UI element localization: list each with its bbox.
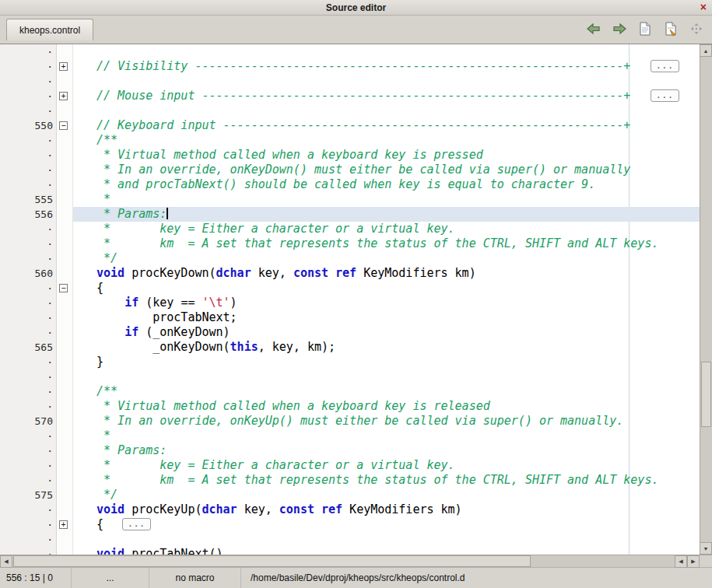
code-line[interactable]: · * — [0, 429, 700, 443]
code-line[interactable]: ·−{ — [0, 281, 700, 296]
line-number[interactable]: · — [0, 296, 57, 310]
line-number[interactable]: · — [0, 517, 57, 532]
line-number[interactable]: · — [0, 103, 57, 118]
line-number[interactable]: · — [0, 236, 57, 251]
horizontal-scrollbar[interactable]: ◀ ◀ ▶ — [0, 555, 712, 567]
fold-column[interactable]: − — [57, 281, 73, 296]
code-line[interactable]: ·+// Visibility ------------------------… — [0, 59, 700, 74]
code-line[interactable]: · * Params: — [0, 443, 700, 458]
line-number[interactable]: 565 — [0, 340, 57, 355]
fold-collapse-icon[interactable]: − — [59, 121, 68, 130]
code-line[interactable]: ·void procTabNext() — [0, 547, 700, 555]
line-number[interactable]: · — [0, 177, 57, 192]
scroll-down-button[interactable]: ▼ — [700, 542, 712, 555]
code-line[interactable]: 560void procKeyDown(dchar key, const ref… — [0, 266, 700, 281]
scroll-up-button[interactable]: ▲ — [700, 44, 712, 57]
code-line[interactable]: · if (_onKeyDown) — [0, 325, 700, 340]
code-line[interactable]: · — [0, 103, 700, 118]
vertical-scrollbar[interactable]: ▲ ▼ — [700, 44, 712, 555]
line-number[interactable]: · — [0, 355, 57, 369]
fold-expand-icon[interactable]: + — [59, 62, 68, 71]
code-line[interactable]: · * and procTabNext() should be called w… — [0, 177, 700, 192]
line-number[interactable]: · — [0, 443, 57, 458]
horizontal-scrollbar-thumb[interactable] — [13, 555, 531, 567]
fold-expand-icon[interactable]: + — [59, 520, 68, 529]
line-number[interactable]: · — [0, 399, 57, 414]
nav-forward-button[interactable] — [612, 22, 627, 36]
code-line[interactable]: · — [0, 44, 700, 59]
code-line[interactable]: ·/** — [0, 384, 700, 399]
line-number[interactable]: · — [0, 281, 57, 296]
code-line[interactable]: ·+{... — [0, 517, 700, 532]
line-number[interactable]: 556 — [0, 207, 57, 222]
code-line[interactable]: ·/** — [0, 133, 700, 148]
line-number[interactable]: · — [0, 532, 57, 547]
nav-back-button[interactable] — [586, 22, 602, 36]
code-line[interactable]: 575 */ — [0, 488, 700, 502]
code-line[interactable]: 555 * — [0, 192, 700, 207]
scroll-right-button[interactable]: ▶ — [687, 555, 700, 568]
line-number[interactable]: · — [0, 502, 57, 517]
code-line[interactable]: · * key = Either a character or a virtua… — [0, 222, 700, 236]
code-line[interactable]: 570 * In an override, onKeyUp() must eit… — [0, 414, 700, 429]
line-number[interactable]: 550 — [0, 118, 57, 133]
code-line[interactable]: · procTabNext; — [0, 310, 700, 325]
line-number[interactable]: · — [0, 89, 57, 103]
line-number[interactable]: 570 — [0, 414, 57, 429]
line-number[interactable]: · — [0, 163, 57, 177]
line-number[interactable]: · — [0, 325, 57, 340]
line-number[interactable]: · — [0, 222, 57, 236]
line-number[interactable]: · — [0, 473, 57, 488]
new-doc-button[interactable] — [637, 22, 653, 36]
scroll-left-button[interactable]: ◀ — [0, 555, 12, 568]
line-number[interactable]: · — [0, 148, 57, 163]
code-line[interactable]: · * In an override, onKeyDown() must eit… — [0, 163, 700, 177]
fold-column[interactable]: + — [57, 517, 73, 532]
fold-column[interactable]: − — [57, 118, 73, 133]
code-line[interactable]: · * km = A set that represents the statu… — [0, 236, 700, 251]
code-line[interactable]: · * km = A set that represents the statu… — [0, 473, 700, 488]
save-doc-button[interactable] — [663, 22, 679, 36]
line-number[interactable]: 555 — [0, 192, 57, 207]
fold-column[interactable]: + — [57, 89, 73, 103]
code-line[interactable]: 550−// Keyboard input ------------------… — [0, 118, 700, 133]
code-line[interactable]: · * Virtual method called when a keyboar… — [0, 399, 700, 414]
code-line[interactable]: · — [0, 532, 700, 547]
fold-ellipsis[interactable]: ... — [122, 518, 151, 530]
fold-column[interactable]: + — [57, 59, 73, 74]
code-line[interactable]: ·} — [0, 355, 700, 369]
code-line[interactable]: · — [0, 369, 700, 384]
fold-ellipsis[interactable]: ... — [651, 60, 679, 72]
line-number[interactable]: · — [0, 133, 57, 148]
fold-expand-icon[interactable]: + — [59, 92, 68, 100]
code-line[interactable]: · */ — [0, 251, 700, 266]
code-line[interactable]: · * Virtual method called when a keyboar… — [0, 148, 700, 163]
window-titlebar[interactable]: Source editor × — [0, 0, 712, 16]
fold-collapse-icon[interactable]: − — [59, 284, 68, 292]
line-number[interactable]: · — [0, 369, 57, 384]
line-number[interactable]: · — [0, 251, 57, 266]
line-number[interactable]: · — [0, 458, 57, 473]
tab-kheops-control[interactable]: kheops.control — [6, 19, 93, 40]
line-number[interactable]: · — [0, 74, 57, 89]
line-number[interactable]: · — [0, 310, 57, 325]
fold-ellipsis[interactable]: ... — [651, 89, 679, 102]
line-number[interactable]: 575 — [0, 488, 57, 502]
line-number[interactable]: 560 — [0, 266, 57, 281]
line-number[interactable]: · — [0, 547, 57, 555]
code-line[interactable]: ·void procKeyUp(dchar key, const ref Key… — [0, 502, 700, 517]
code-line[interactable]: 565 _onKeyDown(this, key, km); — [0, 340, 700, 355]
line-number[interactable]: · — [0, 384, 57, 399]
code-line[interactable]: · * key = Either a character or a virtua… — [0, 458, 700, 473]
code-line[interactable]: 556 * Params: — [0, 207, 700, 222]
code-line[interactable]: · — [0, 74, 700, 89]
close-button[interactable]: × — [700, 2, 707, 13]
line-number[interactable]: · — [0, 44, 57, 59]
code-area[interactable]: ··+// Visibility -----------------------… — [0, 44, 700, 555]
code-line[interactable]: ·+// Mouse input -----------------------… — [0, 89, 700, 103]
vertical-scrollbar-thumb[interactable] — [701, 362, 711, 427]
line-number[interactable]: · — [0, 429, 57, 443]
line-number[interactable]: · — [0, 59, 57, 74]
scroll-left-button-2[interactable]: ◀ — [675, 555, 687, 568]
detach-button[interactable] — [689, 22, 704, 36]
